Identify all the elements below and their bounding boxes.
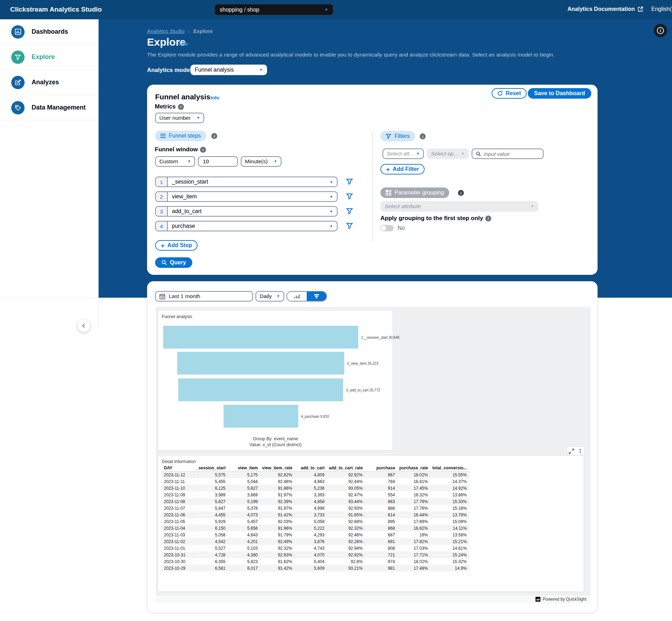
table-cell: 91.42% — [260, 511, 294, 518]
funnel-step-select-4[interactable]: 4purchase▼ — [155, 221, 338, 231]
docs-link[interactable]: Analytics Documentation — [567, 6, 643, 12]
query-label: Query — [170, 259, 186, 266]
page-info-link[interactable]: Info — [179, 41, 188, 47]
table-cell: 91.62% — [260, 558, 294, 565]
info-icon[interactable]: i — [200, 147, 206, 153]
sidebar-nav: DashboardsExploreAnalyzesData Management — [0, 19, 98, 120]
table-cell: 91.79% — [260, 531, 294, 538]
table-cell: 868 — [365, 525, 397, 531]
granularity-select[interactable]: Daily ▼ — [255, 291, 284, 302]
funnel-bar-3_add_to_cart[interactable] — [178, 378, 343, 401]
panel-toolbar: ⋮ — [567, 447, 584, 455]
table-cell: 4,380 — [228, 551, 260, 558]
language-selector[interactable]: English(US) ▼ — [651, 6, 672, 12]
info-icon[interactable]: i — [458, 190, 464, 196]
table-cell: 13.88% — [430, 491, 469, 498]
table-cell: 6,581 — [194, 565, 228, 572]
table-cell: 687 — [365, 531, 397, 538]
table-cell: 5,627 — [228, 485, 260, 491]
reset-button[interactable]: Reset — [492, 88, 527, 99]
table-cell: 15.55% — [430, 471, 469, 478]
bar-chart-type-button[interactable] — [287, 292, 307, 301]
filters-pill[interactable]: Filters — [380, 131, 415, 141]
step-filter-icon[interactable] — [346, 178, 354, 186]
kebab-menu-icon[interactable]: ⋮ — [578, 448, 583, 454]
funnel-step-select-2[interactable]: 2view_item▼ — [155, 191, 338, 202]
table-cell: 981 — [365, 565, 397, 572]
step-filter-icon[interactable] — [346, 193, 354, 200]
table-cell: 6,355 — [194, 558, 228, 565]
step-filter-icon[interactable] — [346, 222, 354, 230]
table-cell: 2023-10-29 — [161, 565, 194, 572]
filter-operator-select[interactable]: Select op... ▼ — [427, 148, 469, 159]
table-cell: 16.44% — [397, 511, 430, 518]
table-row: 2023-11-035,0584,64391.79%4,29392.46%687… — [161, 531, 469, 538]
funnel-step-select-3[interactable]: 3add_to_cart▼ — [155, 206, 338, 217]
table-cell: 2023-11-11 — [161, 478, 194, 485]
table-cell: 17.82% — [397, 538, 430, 545]
filter-value-box[interactable] — [472, 148, 544, 159]
add-step-button[interactable]: + Add Step — [155, 240, 198, 251]
table-cell: 92.46% — [327, 531, 365, 538]
breadcrumb-analytics-studio[interactable]: Analytics Studio — [147, 28, 185, 34]
add-filter-button[interactable]: + Add Filter — [380, 164, 425, 174]
step-filter-icon[interactable] — [346, 207, 354, 215]
table-cell: 14.9% — [430, 565, 469, 572]
chevron-down-icon: ▼ — [330, 192, 337, 201]
sidebar-item-data-management[interactable]: Data Management — [0, 95, 98, 120]
expand-icon[interactable] — [569, 448, 574, 454]
sidebar-divider — [0, 297, 98, 298]
save-to-dashboard-button[interactable]: Save to Dashboard — [528, 88, 591, 99]
sidebar-item-explore[interactable]: Explore — [0, 45, 98, 70]
parameter-grouping-pill: Parameter grouping — [380, 187, 449, 198]
table-cell: 15.33% — [430, 498, 469, 505]
query-button[interactable]: Query — [155, 257, 192, 268]
table-cell: 92.94% — [327, 545, 365, 551]
panel-info-link[interactable]: Info — [211, 95, 219, 100]
window-unit-select[interactable]: Minute(s) ▼ — [241, 156, 281, 167]
table-cell: 888 — [365, 505, 397, 511]
table-cell: 3,393 — [294, 491, 327, 498]
table-cell: 5,058 — [294, 518, 327, 525]
table-cell: 974 — [365, 558, 397, 565]
filter-value-input[interactable] — [484, 151, 533, 157]
apply-grouping-toggle[interactable] — [380, 225, 394, 231]
info-icon[interactable]: i — [211, 133, 217, 139]
info-icon[interactable]: i — [420, 133, 426, 139]
sidebar-item-dashboards[interactable]: Dashboards — [0, 19, 98, 45]
edit-icon — [11, 76, 25, 89]
table-cell: 914 — [365, 485, 397, 491]
analytics-model-select[interactable]: Funnel analysis ▼ — [191, 65, 267, 75]
table-row: 2023-11-075,8475,37891.97%4,99892.93%888… — [161, 505, 469, 511]
funnel-step-select-1[interactable]: 1_session_start▼ — [155, 177, 338, 187]
funnel-chart-type-button[interactable] — [307, 292, 326, 301]
info-icon[interactable]: i — [485, 216, 491, 222]
date-range-picker[interactable]: Last 1 month — [155, 291, 253, 302]
window-preset-select[interactable]: Custom ▼ — [155, 156, 195, 167]
chart-title: Funnel analysis — [162, 314, 192, 319]
info-icon[interactable]: i — [178, 104, 184, 110]
funnel-bar-1__session_start[interactable] — [163, 326, 358, 349]
quicksight-logo-icon — [535, 597, 540, 602]
metric-select[interactable]: User number ▼ — [155, 113, 204, 123]
sidebar-item-analyzes[interactable]: Analyzes — [0, 70, 98, 95]
table-cell: 17.69% — [397, 518, 430, 525]
table-cell: 6,125 — [194, 485, 228, 491]
filter-attribute-select[interactable]: Select att... ▼ — [382, 148, 424, 159]
table-cell: 92.63% — [260, 551, 294, 558]
window-value-input[interactable] — [198, 156, 238, 167]
chevron-down-icon: ▼ — [274, 160, 277, 163]
table-row: 2023-11-046,1505,65691.96%5,22292.32%868… — [161, 525, 469, 531]
table-cell: 92.03% — [260, 518, 294, 525]
funnel-bar-2_view_item[interactable] — [177, 352, 344, 375]
chart-groupby-label: Group By: event_name — [158, 436, 393, 441]
table-cell: 14.11% — [430, 525, 469, 531]
project-selector[interactable]: shopping / shop ▼ — [214, 4, 333, 15]
project-selector-value: shopping / shop — [220, 7, 259, 13]
funnel-bar-4_purchase[interactable] — [224, 405, 298, 428]
grouping-attribute-select[interactable]: Select attribute ▼ — [380, 201, 538, 212]
help-panel-button[interactable]: i — [654, 24, 667, 37]
funnel-steps-pill[interactable]: Funnel steps — [155, 131, 206, 141]
sidebar-collapse-button[interactable] — [78, 319, 90, 332]
table-cell: 92.39% — [260, 498, 294, 505]
